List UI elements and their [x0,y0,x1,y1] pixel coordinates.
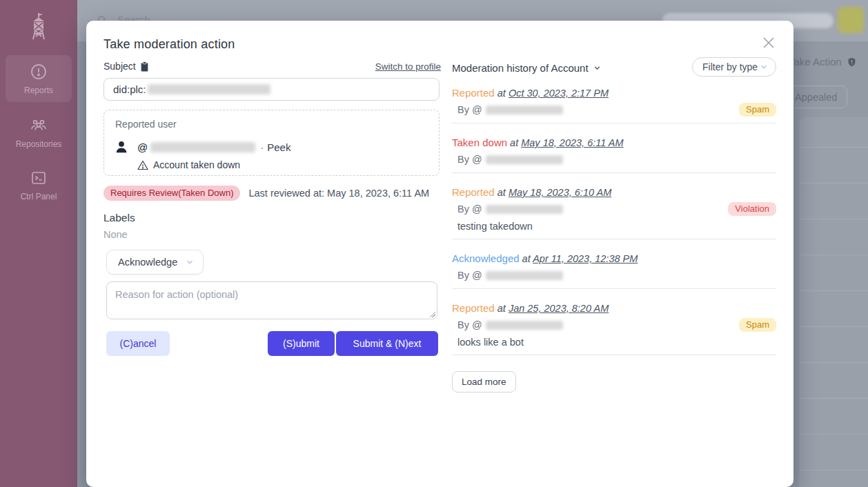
sidebar-item-reports[interactable]: Reports [6,55,72,102]
redacted-handle [486,321,563,330]
sidebar-item-ctrl-panel[interactable]: Ctrl Panel [6,161,72,208]
switch-to-profile-link[interactable]: Switch to profile [375,61,441,72]
close-icon[interactable] [760,34,777,51]
redacted-handle [486,271,563,280]
entry-type-label: Reported [452,302,495,314]
subject-label: Subject [103,61,149,72]
chevron-down-icon [759,62,769,72]
shield-icon [847,57,857,68]
background-table [799,117,868,487]
entry-by-prefix: By @ [457,319,482,330]
entry-by-prefix: By @ [457,104,482,115]
redacted-handle [486,106,563,115]
history-entry: Reported at Oct 30, 2023, 2:17 PMBy @Spa… [452,87,776,123]
review-status-badge: Requires Review(Taken Down) [103,186,240,201]
entry-type-label: Taken down [452,137,507,148]
history-entry: Reported at May 18, 2023, 6:10 AMBy @Vio… [452,186,776,239]
last-reviewed-text: Last reviewed at: May 18, 2023, 6:11 AM [248,188,429,199]
alert-circle-icon [6,63,72,80]
entry-by-prefix: By @ [457,270,482,281]
cancel-button[interactable]: (C)ancel [106,331,170,356]
take-action-button[interactable]: Take Action [789,56,857,68]
entry-at-word: at [495,88,509,99]
redacted-did [148,84,270,95]
entry-type-label: Acknowledged [452,252,520,264]
avatar[interactable] [838,7,864,33]
redacted-handle [150,142,255,152]
entry-date-link[interactable]: Jan 25, 2023, 8:20 AM [509,303,609,314]
clipboard-icon[interactable] [140,61,149,72]
entry-at-word: at [507,137,521,148]
history-entry: Reported at Jan 25, 2023, 8:20 AMBy @Spa… [452,302,776,355]
entry-type-label: Reported [452,186,495,198]
entry-badge: Spam [739,103,776,117]
resize-grip[interactable] [429,311,435,317]
modal-title: Take moderation action [103,37,235,52]
entry-at-word: at [520,253,533,264]
submit-button[interactable]: (S)ubmit [268,331,335,356]
sidebar-item-label: Reports [24,86,53,95]
terminal-icon [6,170,72,186]
chevron-down-icon [185,257,195,267]
peek-button[interactable]: Peek [267,141,290,153]
action-select[interactable]: Acknowledge [106,250,204,275]
filter-by-type-select[interactable]: Filter by type [692,57,776,77]
tab-appealed[interactable]: Appealed [785,86,847,108]
warning-triangle-icon [137,160,148,170]
entry-date-link[interactable]: Oct 30, 2023, 2:17 PM [509,88,609,99]
account-status: Account taken down [137,159,240,170]
entry-badge: Violation [728,202,776,216]
users-icon [6,117,72,134]
take-moderation-action-modal: Take moderation action Subject Switch to… [86,21,793,487]
sidebar-item-label: Ctrl Panel [21,192,57,201]
sidebar-item-repositories[interactable]: Repositories [6,109,72,156]
entry-by-prefix: By @ [457,203,482,215]
entry-at-word: at [495,187,509,198]
entry-comment: testing takedown [457,221,776,233]
history-entries: Reported at Oct 30, 2023, 2:17 PMBy @Spa… [452,87,776,368]
subject-input[interactable]: did:plc: [103,78,440,101]
submit-next-button[interactable]: Submit & (N)ext [336,331,438,356]
entry-at-word: at [495,303,509,314]
take-action-label: Take Action [789,56,842,68]
history-entry: Taken down at May 18, 2023, 6:11 AMBy @ [452,137,776,173]
redacted-handle [486,155,563,164]
entry-type-label: Reported [452,87,495,99]
labels-value: None [103,229,128,240]
entry-date-link[interactable]: May 18, 2023, 6:11 AM [521,137,623,148]
person-icon [114,139,129,155]
reported-user-label: Reported user [115,119,177,130]
ozone-logo[interactable] [0,12,77,40]
entry-date-link[interactable]: Apr 11, 2023, 12:38 PM [533,253,638,264]
redacted-handle [486,205,563,214]
load-more-button[interactable]: Load more [452,371,516,392]
entry-date-link[interactable]: May 18, 2023, 6:10 AM [509,187,611,198]
entry-badge: Spam [739,318,776,332]
labels-heading: Labels [103,212,135,224]
sidebar-item-label: Repositories [16,139,62,149]
entry-by-prefix: By @ [457,154,482,165]
reported-user-card: Reported user @ · Peek Account taken dow… [103,110,440,176]
reason-textarea[interactable] [106,281,437,319]
sidebar: Reports Repositories Ctrl Panel [0,0,77,487]
entry-comment: looks like a bot [457,337,776,349]
history-title[interactable]: Moderation history of Account [452,62,602,74]
handle-at: @ [137,141,148,153]
history-entry: Acknowledged at Apr 11, 2023, 12:38 PMBy… [452,252,776,289]
chevron-down-icon [593,63,602,72]
